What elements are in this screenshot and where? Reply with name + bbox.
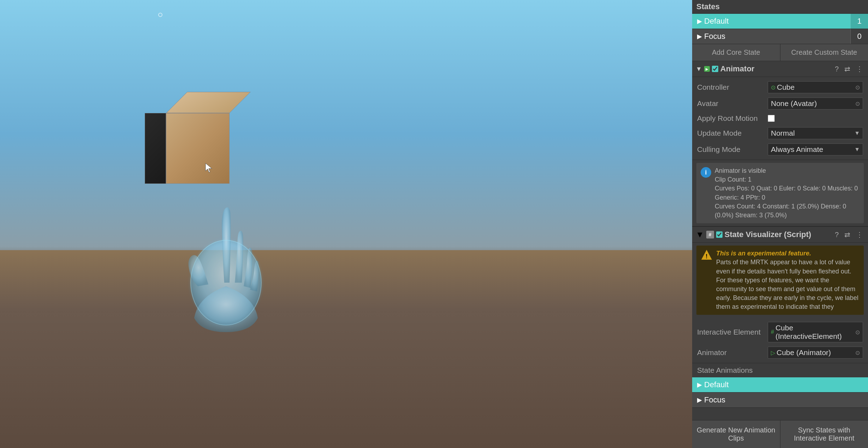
avatar-select-icon[interactable]: ⊙ <box>855 100 860 107</box>
culling-mode-label: Culling Mode <box>697 145 768 154</box>
animator-enabled-checkbox[interactable] <box>712 66 718 72</box>
info-icon: i <box>701 167 711 178</box>
bottom-action-buttons: Generate New Animation Clips Sync States… <box>692 420 868 448</box>
controller-field[interactable]: ⊙ Cube ⊙ <box>768 81 863 93</box>
sv-default-state-label[interactable]: ▶ Default <box>692 377 868 392</box>
right-panel: States ▶ Default 1 ▶ Focus 0 Add Core St… <box>692 0 868 448</box>
update-mode-prop-row: Update Mode Normal ▼ <box>692 125 868 141</box>
sv-animator-field[interactable]: ▷ Cube (Animator) ⊙ <box>768 347 863 359</box>
generate-animation-clips-button[interactable]: Generate New Animation Clips <box>692 420 780 448</box>
animator-play-icon: ▶ <box>704 66 710 72</box>
warning-triangle-container: ! <box>701 249 713 261</box>
sv-animator-select-icon[interactable]: ⊙ <box>855 349 860 356</box>
animator-layout-icon[interactable]: ⇄ <box>843 64 852 74</box>
svg-text:!: ! <box>706 253 707 259</box>
update-mode-dropdown[interactable]: Normal ▼ <box>768 127 863 139</box>
interactive-element-field[interactable]: # Cube (InteractiveElement) ⊙ <box>768 322 863 342</box>
interactive-element-object-icon: # <box>771 329 774 335</box>
culling-mode-value-container: Always Animate ▼ <box>768 143 863 155</box>
sv-animator-object-icon: ▷ <box>771 349 775 356</box>
sv-animator-label: Animator <box>697 348 768 357</box>
default-state-label[interactable]: ▶ Default <box>692 14 850 29</box>
hand-model <box>170 184 283 332</box>
focus-state-row[interactable]: ▶ Focus 0 <box>692 29 868 44</box>
culling-mode-dropdown[interactable]: Always Animate ▼ <box>768 143 863 155</box>
cursor-dot <box>158 13 162 17</box>
sv-animator-value-container: ▷ Cube (Animator) ⊙ <box>768 347 863 359</box>
interactive-element-prop-row: Interactive Element # Cube (InteractiveE… <box>692 320 868 344</box>
states-section-header: States <box>692 0 868 14</box>
animator-more-icon[interactable]: ⋮ <box>855 64 864 74</box>
controller-select-icon[interactable]: ⊙ <box>855 84 860 91</box>
interactive-element-label: Interactive Element <box>697 328 768 336</box>
controller-value-container: ⊙ Cube ⊙ <box>768 81 863 93</box>
sv-default-state-text: Default <box>704 380 729 389</box>
create-custom-state-button[interactable]: Create Custom State <box>780 44 868 61</box>
avatar-prop-row: Avatar None (Avatar) ⊙ <box>692 95 868 112</box>
sv-focus-state-arrow: ▶ <box>697 396 702 404</box>
state-visualizer-title: State Visualizer (Script) <box>725 230 831 239</box>
apply-root-motion-prop-row: Apply Root Motion <box>692 112 868 125</box>
animator-info-text: Animator is visible Clip Count: 1 Curves… <box>715 166 860 220</box>
cube-top-face <box>166 92 251 113</box>
focus-state-text: Focus <box>704 32 725 41</box>
sv-focus-state-text: Focus <box>704 395 725 405</box>
animator-component-header: ▼ ▶ Animator ? ⇄ ⋮ <box>692 61 868 77</box>
interactive-element-select-icon[interactable]: ⊙ <box>855 329 860 336</box>
animator-info-box: i Animator is visible Clip Count: 1 Curv… <box>696 163 864 223</box>
cube-front-face <box>166 113 230 184</box>
animator-title: Animator <box>720 64 831 73</box>
default-state-count: 1 <box>850 14 868 29</box>
avatar-value-text: None (Avatar) <box>771 99 817 108</box>
default-state-row[interactable]: ▶ Default 1 <box>692 14 868 29</box>
culling-mode-prop-row: Culling Mode Always Animate ▼ <box>692 141 868 158</box>
state-animations-section-label: State Animations <box>692 363 868 377</box>
sv-animator-value-text: Cube (Animator) <box>777 348 831 357</box>
avatar-value-container: None (Avatar) ⊙ <box>768 98 863 110</box>
update-mode-value-text: Normal <box>771 129 795 137</box>
focus-state-count: 0 <box>850 29 868 44</box>
culling-mode-dropdown-arrow: ▼ <box>854 146 860 153</box>
experimental-warning-box: ! This is an experimental feature. Parts… <box>696 246 864 315</box>
sv-default-state-row[interactable]: ▶ Default <box>692 377 868 393</box>
experimental-title: This is an experimental feature. <box>716 249 860 258</box>
cube-side-face <box>145 113 166 184</box>
cube-object <box>145 92 230 184</box>
controller-prop-row: Controller ⊙ Cube ⊙ <box>692 79 868 95</box>
3d-viewport <box>0 0 692 448</box>
animator-help-icon[interactable]: ? <box>833 64 840 74</box>
state-visualizer-enabled-checkbox[interactable] <box>716 231 723 238</box>
state-visualizer-more-icon[interactable]: ⋮ <box>855 230 864 240</box>
avatar-field[interactable]: None (Avatar) ⊙ <box>768 98 863 110</box>
state-visualizer-header-icons: ? ⇄ ⋮ <box>833 230 864 240</box>
avatar-label: Avatar <box>697 99 768 108</box>
interactive-element-value-container: # Cube (InteractiveElement) ⊙ <box>768 322 863 342</box>
state-action-buttons: Add Core State Create Custom State <box>692 44 868 61</box>
state-visualizer-toggle-arrow[interactable]: ▼ <box>696 230 704 240</box>
sv-animator-prop-row: Animator ▷ Cube (Animator) ⊙ <box>692 344 868 361</box>
state-visualizer-layout-icon[interactable]: ⇄ <box>843 230 852 240</box>
animator-header-icons: ? ⇄ ⋮ <box>833 64 864 74</box>
update-mode-value-container: Normal ▼ <box>768 127 863 139</box>
state-visualizer-component-header: ▼ # State Visualizer (Script) ? ⇄ ⋮ <box>692 226 868 243</box>
apply-root-motion-checkbox[interactable] <box>768 115 775 122</box>
default-state-text: Default <box>704 17 729 26</box>
controller-value-text: Cube <box>777 83 795 92</box>
animator-toggle-arrow[interactable]: ▼ <box>696 65 702 73</box>
culling-mode-value-text: Always Animate <box>771 145 823 154</box>
focus-state-arrow: ▶ <box>697 33 702 40</box>
controller-object-icon: ⊙ <box>771 84 775 91</box>
experimental-warning-text: This is an experimental feature. Parts o… <box>716 249 860 311</box>
interactive-element-value-text: Cube (InteractiveElement) <box>775 324 855 341</box>
sv-focus-state-row[interactable]: ▶ Focus <box>692 393 868 408</box>
sync-states-button[interactable]: Sync States with Interactive Element <box>780 420 868 448</box>
state-visualizer-help-icon[interactable]: ? <box>833 230 840 240</box>
state-visualizer-hash-icon: # <box>706 231 714 238</box>
state-visualizer-properties: Interactive Element # Cube (InteractiveE… <box>692 318 868 363</box>
focus-state-label[interactable]: ▶ Focus <box>692 29 850 44</box>
sv-focus-state-label[interactable]: ▶ Focus <box>692 393 868 407</box>
warning-triangle-icon: ! <box>701 249 713 261</box>
apply-root-motion-label: Apply Root Motion <box>697 114 768 123</box>
animator-info-content: Animator is visible Clip Count: 1 Curves… <box>715 167 858 219</box>
add-core-state-button[interactable]: Add Core State <box>692 44 780 61</box>
